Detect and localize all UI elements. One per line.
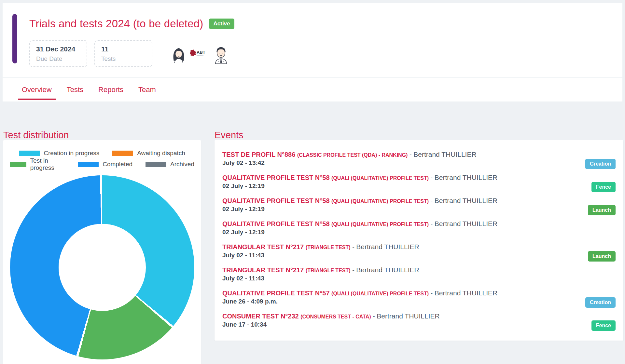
event-timestamp: June 26 - 4:09 p.m. xyxy=(222,298,497,305)
legend-label: Test in progress xyxy=(30,157,65,171)
due-date-card: 31 Dec 2024 Due Date xyxy=(29,40,87,67)
event-test-link[interactable]: CONSUMER TEST N°232 xyxy=(222,313,300,320)
event-row: QUALITATIVE PROFILE TEST N°58 (QUALI (QU… xyxy=(222,174,616,190)
event-test-type: (TRIANGLE TEST) xyxy=(306,245,351,250)
tab-overview[interactable]: Overview xyxy=(18,78,56,101)
event-separator: - xyxy=(351,243,356,250)
event-test-link[interactable]: QUALITATIVE PROFILE TEST N°57 xyxy=(222,290,331,297)
tests-count-value: 11 xyxy=(101,45,152,53)
event-separator: - xyxy=(429,197,435,204)
team-avatars: ABT monsieur xyxy=(169,44,231,64)
event-text: TRIANGULAR TEST N°217 (TRIANGLE TEST) - … xyxy=(222,266,419,282)
legend-swatch xyxy=(78,162,99,167)
tab-bar: OverviewTestsReportsTeam xyxy=(3,78,622,101)
tab-team[interactable]: Team xyxy=(134,78,160,101)
event-author: Bertrand THUILLIER xyxy=(356,243,419,250)
event-row: QUALITATIVE PROFILE TEST N°58 (QUALI (QU… xyxy=(222,220,616,236)
event-separator: - xyxy=(371,313,377,320)
event-separator: - xyxy=(429,290,435,297)
page-title: Trials and tests 2024 (to be deleted) xyxy=(29,18,203,30)
event-test-link[interactable]: QUALITATIVE PROFILE TEST N°58 xyxy=(222,220,331,227)
legend-label: Awaiting dispatch xyxy=(137,150,185,157)
legend-label: Completed xyxy=(103,161,132,168)
event-status-badge: Creation xyxy=(585,297,616,308)
event-test-link[interactable]: QUALITATIVE PROFILE TEST N°58 xyxy=(222,197,331,204)
event-author: Bertrand THUILLIER xyxy=(435,220,497,227)
legend-label: Archived xyxy=(170,161,194,168)
event-row: QUALITATIVE PROFILE TEST N°58 (QUALI (QU… xyxy=(222,197,616,213)
legend-label: Creation in progress xyxy=(44,150,99,157)
event-test-type: (QUALI (QUALITATIVE) PROFILE TEST) xyxy=(331,291,429,296)
event-author: Bertrand THUILLIER xyxy=(356,266,419,274)
event-separator: - xyxy=(408,151,413,158)
event-timestamp: 02 July - 12:19 xyxy=(222,182,497,190)
tests-count-card: 11 Tests xyxy=(94,40,152,67)
event-test-type: (QUALI (QUALITATIVE) PROFILE TEST) xyxy=(331,222,429,227)
male-avatar[interactable] xyxy=(211,44,231,64)
event-author: Bertrand THUILLIER xyxy=(435,197,497,204)
event-test-type: (CLASSIC PROFILE TEST (QDA) - RANKING) xyxy=(297,152,408,158)
event-text: QUALITATIVE PROFILE TEST N°58 (QUALI (QU… xyxy=(222,220,497,236)
event-status-badge: Launch xyxy=(588,205,616,215)
chart-legend: Creation in progressAwaiting dispatchTes… xyxy=(3,149,201,169)
test-distribution-card: Creation in progressAwaiting dispatchTes… xyxy=(3,140,201,364)
legend-item[interactable]: Creation in progress xyxy=(19,150,99,157)
legend-swatch xyxy=(10,162,26,167)
event-test-link[interactable]: TRIANGULAR TEST N°217 xyxy=(222,243,306,250)
project-accent-bar xyxy=(12,14,17,63)
event-test-type: (QUALI (QUALITATIVE) PROFILE TEST) xyxy=(331,175,429,181)
event-row: TRIANGULAR TEST N°217 (TRIANGLE TEST) - … xyxy=(222,266,616,282)
events-card: TEST DE PROFIL N°886 (CLASSIC PROFILE TE… xyxy=(215,140,623,341)
svg-text:monsieur: monsieur xyxy=(197,55,203,57)
event-author: Bertrand THUILLIER xyxy=(435,174,497,181)
due-date-value: 31 Dec 2024 xyxy=(36,45,87,53)
event-row: QUALITATIVE PROFILE TEST N°57 (QUALI (QU… xyxy=(222,289,616,305)
event-timestamp: 02 July - 12:19 xyxy=(222,229,497,236)
abt-logo-avatar[interactable]: ABT monsieur xyxy=(189,48,210,59)
project-header: Trials and tests 2024 (to be deleted) Ac… xyxy=(3,3,622,77)
event-test-link[interactable]: QUALITATIVE PROFILE TEST N°58 xyxy=(222,174,331,181)
event-status-badge: Fence xyxy=(591,320,616,331)
legend-item[interactable]: Awaiting dispatch xyxy=(112,150,185,157)
event-separator: - xyxy=(351,266,356,274)
event-text: QUALITATIVE PROFILE TEST N°57 (QUALI (QU… xyxy=(222,289,497,305)
event-text: TRIANGULAR TEST N°217 (TRIANGLE TEST) - … xyxy=(222,243,419,259)
legend-item[interactable]: Test in progress xyxy=(10,157,65,171)
event-test-type: (QUALI (QUALITATIVE) PROFILE TEST) xyxy=(331,198,429,204)
event-test-link[interactable]: TRIANGULAR TEST N°217 xyxy=(222,266,306,274)
event-timestamp: July 02 - 11:43 xyxy=(222,275,419,282)
event-text: QUALITATIVE PROFILE TEST N°58 (QUALI (QU… xyxy=(222,174,497,190)
event-text: TEST DE PROFIL N°886 (CLASSIC PROFILE TE… xyxy=(222,151,477,167)
legend-swatch xyxy=(146,162,166,167)
legend-item[interactable]: Completed xyxy=(78,161,132,168)
event-status-badge: Launch xyxy=(588,251,616,262)
status-badge: Active xyxy=(209,19,234,29)
event-author: Bertrand THUILLIER xyxy=(377,312,439,320)
event-status-badge: Creation xyxy=(585,159,616,169)
event-author: Bertrand THUILLIER xyxy=(435,289,497,297)
event-test-type: (TRIANGLE TEST) xyxy=(306,268,351,273)
female-avatar[interactable] xyxy=(169,44,188,63)
legend-swatch xyxy=(112,151,133,156)
tab-tests[interactable]: Tests xyxy=(63,78,87,101)
event-separator: - xyxy=(429,220,435,227)
event-timestamp: July 02 - 13:42 xyxy=(222,159,477,167)
event-timestamp: June 17 - 10:34 xyxy=(222,321,440,328)
tests-count-label: Tests xyxy=(101,55,152,62)
svg-text:ABT: ABT xyxy=(197,50,205,55)
event-text: QUALITATIVE PROFILE TEST N°58 (QUALI (QU… xyxy=(222,197,497,213)
test-distribution-title: Test distribution xyxy=(3,130,201,140)
event-timestamp: 02 July - 12:19 xyxy=(222,206,497,213)
event-test-type: (CONSUMERS TEST - CATA) xyxy=(300,314,371,319)
event-status-badge: Fence xyxy=(591,182,616,192)
event-row: TRIANGULAR TEST N°217 (TRIANGLE TEST) - … xyxy=(222,243,616,259)
event-text: CONSUMER TEST N°232 (CONSUMERS TEST - CA… xyxy=(222,312,440,328)
event-test-link[interactable]: TEST DE PROFIL N°886 xyxy=(222,151,297,158)
event-separator: - xyxy=(429,174,435,181)
donut-chart xyxy=(10,175,194,359)
event-author: Bertrand THUILLIER xyxy=(413,151,476,158)
event-row: TEST DE PROFIL N°886 (CLASSIC PROFILE TE… xyxy=(222,151,616,167)
tab-reports[interactable]: Reports xyxy=(94,78,127,101)
legend-item[interactable]: Archived xyxy=(146,161,194,168)
event-timestamp: July 02 - 11:43 xyxy=(222,252,419,259)
